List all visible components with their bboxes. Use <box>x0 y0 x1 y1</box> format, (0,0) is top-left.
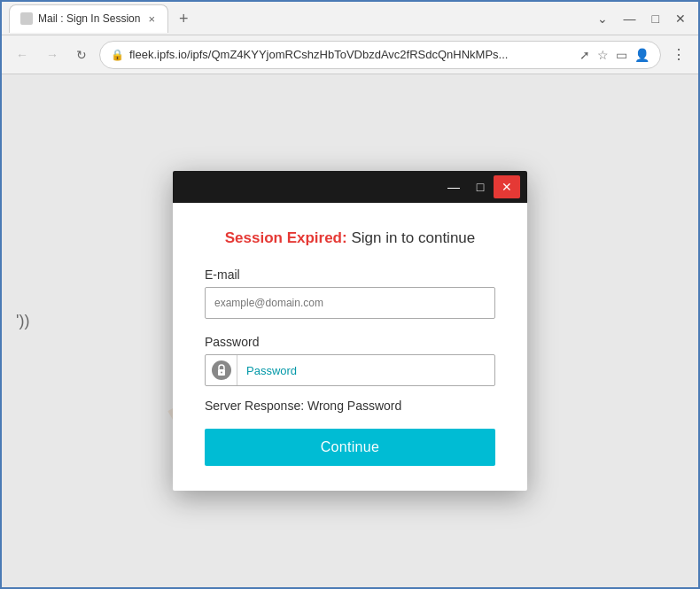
kebab-menu-button[interactable]: ⋮ <box>668 46 689 63</box>
tab-label: Mail : Sign In Session <box>38 12 140 25</box>
title-bar-controls: ⌄ — □ ✕ <box>592 10 691 27</box>
back-button[interactable]: ← <box>11 44 34 66</box>
password-input-wrap <box>205 354 495 386</box>
modal-close-button[interactable]: ✕ <box>494 175 520 198</box>
server-response-text: Server Response: Wrong Password <box>205 399 495 413</box>
continue-button[interactable]: Continue <box>205 429 495 466</box>
password-label: Password <box>205 335 495 349</box>
share-icon[interactable]: ➚ <box>579 48 590 62</box>
password-input[interactable] <box>237 364 494 377</box>
modal-minimize-button[interactable]: — <box>440 175 467 198</box>
modal-title: Session Expired: Sign in to continue <box>205 228 495 249</box>
url-text: fleek.ipfs.io/ipfs/QmZ4KYYjomRCshzHbToVD… <box>129 48 574 61</box>
star-icon[interactable]: ☆ <box>597 48 609 62</box>
tab-close-button[interactable]: × <box>146 12 157 26</box>
close-button[interactable]: ✕ <box>670 10 691 27</box>
browser-window: Mail : Sign In Session × + ⌄ — □ ✕ ← → ↻… <box>0 0 700 589</box>
expired-label: Session Expired: <box>225 229 347 246</box>
new-tab-button[interactable]: + <box>172 7 196 30</box>
email-input[interactable] <box>205 287 495 319</box>
chevron-down-icon[interactable]: ⌄ <box>592 10 613 27</box>
password-lock-icon <box>206 355 237 385</box>
title-bar: Mail : Sign In Session × + ⌄ — □ ✕ <box>2 2 698 35</box>
modal-body: Session Expired: Sign in to continue E-m… <box>173 203 527 492</box>
modal-title-rest: Sign in to continue <box>347 229 476 246</box>
email-field-group: E-mail <box>205 267 495 319</box>
password-field-group: Password <box>205 335 495 386</box>
lock-circle-icon <box>212 360 231 380</box>
signin-modal: — □ ✕ Session Expired: Sign in to contin… <box>173 171 527 492</box>
lock-icon: 🔒 <box>111 49 124 61</box>
split-view-icon[interactable]: ▭ <box>616 48 627 62</box>
modal-overlay: — □ ✕ Session Expired: Sign in to contin… <box>2 74 698 587</box>
email-label: E-mail <box>205 267 495 282</box>
profile-icon[interactable]: 👤 <box>634 48 649 62</box>
refresh-button[interactable]: ↻ <box>71 44 92 66</box>
restore-button[interactable]: □ <box>647 10 665 27</box>
address-bar-row: ← → ↻ 🔒 fleek.ipfs.io/ipfs/QmZ4KYYjomRCs… <box>2 35 698 74</box>
modal-restore-button[interactable]: □ <box>467 175 494 198</box>
page-content: IT'S A TRAP ')) — □ ✕ Session Expired: S… <box>2 74 698 587</box>
browser-tab[interactable]: Mail : Sign In Session × <box>9 4 168 33</box>
address-bar[interactable]: 🔒 fleek.ipfs.io/ipfs/QmZ4KYYjomRCshzHbTo… <box>99 41 661 69</box>
tab-favicon-icon <box>20 12 33 25</box>
modal-titlebar: — □ ✕ <box>173 171 527 203</box>
minimize-button[interactable]: — <box>618 10 642 27</box>
forward-button[interactable]: → <box>41 44 64 66</box>
svg-point-5 <box>221 372 222 374</box>
address-bar-icons: ➚ ☆ ▭ 👤 <box>579 48 649 62</box>
